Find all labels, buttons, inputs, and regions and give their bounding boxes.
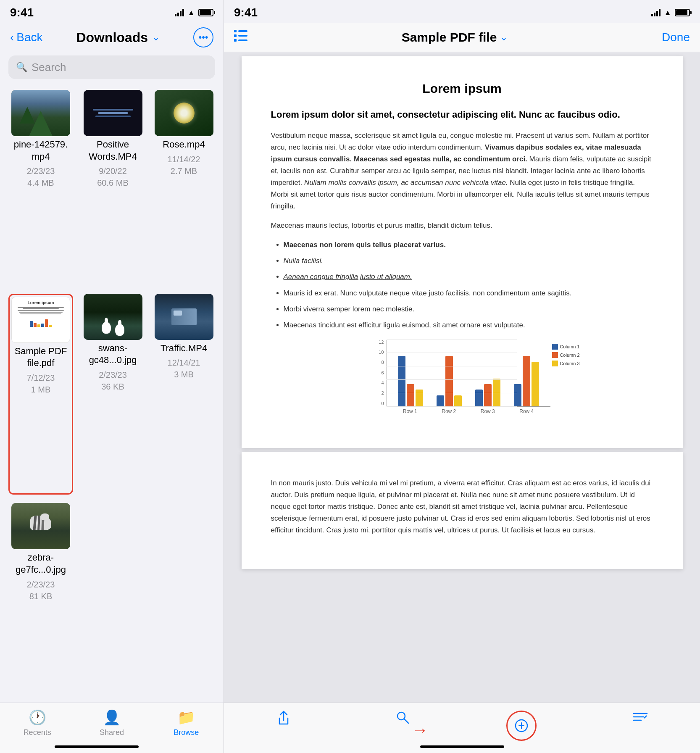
files-grid: pine-142579.mp4 2/23/234.4 MB PositiveWo…	[0, 86, 224, 703]
back-chevron-icon: ‹	[10, 31, 14, 44]
legend-col3-label: Column 3	[560, 361, 579, 366]
pdf-list-item-6: Maecenas tincidunt est efficitur ligula …	[284, 319, 653, 331]
markup-button[interactable]	[615, 711, 666, 726]
file-item-pdf[interactable]: Lorem ipsum Sample PDFf	[8, 294, 73, 495]
file-thumb-pine	[11, 90, 70, 136]
file-thumb-positive	[84, 90, 142, 136]
tab-recents[interactable]: 🕐 Recents	[12, 709, 63, 737]
nav-chevron-icon[interactable]: ⌄	[152, 32, 160, 43]
file-meta-swans: 2/23/2336 KB	[99, 369, 127, 392]
file-name-swans: swans-gc48...0.jpg	[89, 342, 137, 366]
nav-title: Downloads	[76, 30, 148, 45]
right-battery-icon	[675, 9, 690, 16]
back-button[interactable]: ‹ Back	[10, 31, 43, 44]
bar-r1-c3	[416, 390, 423, 406]
legend-col3-icon	[552, 361, 558, 366]
left-status-time: 9:41	[10, 6, 34, 19]
battery-icon	[198, 9, 213, 16]
left-nav-bar: ‹ Back Downloads ⌄ •••	[0, 23, 224, 52]
left-status-icons: ▲	[175, 8, 213, 17]
x-label-row3: Row 3	[481, 408, 495, 414]
file-meta-rose: 11/14/222.7 MB	[168, 153, 200, 177]
file-name-positive: PositiveWords.MP4	[89, 139, 137, 163]
search-placeholder: Search	[32, 61, 66, 74]
file-name-pdf: Sample PDFfile.pdf	[15, 345, 67, 369]
bar-r4-c1	[514, 384, 521, 406]
file-item-traffic[interactable]: Traffic.MP4 12/14/213 MB	[153, 294, 215, 495]
svg-rect-5	[238, 39, 247, 41]
pdf-list-item-5: Morbi viverra semper lorem nec molestie.	[284, 303, 653, 315]
list-button[interactable]	[234, 30, 247, 45]
right-nav-bar: Sample PDF file ⌄ Done	[224, 23, 700, 52]
legend-col1-label: Column 1	[560, 344, 579, 349]
file-name-traffic: Traffic.MP4	[161, 342, 207, 355]
file-name-rose: Rose.mp4	[163, 139, 205, 151]
file-thumb-pdf: Lorem ipsum	[11, 297, 70, 343]
bar-r1-c2	[407, 384, 414, 406]
annotate-button[interactable]	[496, 711, 547, 741]
search-icon: 🔍	[16, 62, 27, 73]
done-button[interactable]: Done	[662, 31, 690, 44]
right-wifi-icon: ▲	[664, 8, 671, 17]
right-nav-title: Sample PDF file	[402, 30, 497, 45]
file-thumb-rose	[155, 90, 213, 136]
file-meta-pine: 2/23/234.4 MB	[27, 165, 55, 189]
tab-shared[interactable]: 👤 Shared	[87, 709, 137, 737]
recents-icon: 🕐	[29, 709, 46, 726]
browse-icon: 📁	[177, 709, 195, 726]
file-thumb-zebra	[11, 503, 70, 549]
right-nav-title-group: Sample PDF file ⌄	[402, 30, 508, 45]
pdf-viewer[interactable]: Lorem ipsum Lorem ipsum dolor sit amet, …	[224, 52, 700, 703]
file-thumb-swans	[84, 294, 142, 340]
right-status-time: 9:41	[234, 6, 258, 19]
share-button[interactable]	[258, 711, 309, 729]
file-meta-pdf: 7/12/231 MB	[27, 372, 55, 395]
file-item-zebra[interactable]: zebra-ge7fc...0.jpg 2/23/2381 KB	[8, 503, 73, 698]
file-meta-zebra: 2/23/2381 KB	[27, 579, 55, 602]
tab-browse-label: Browse	[174, 728, 199, 737]
bar-r4-c2	[523, 356, 530, 406]
right-signal-icon	[651, 9, 661, 16]
pdf-subtitle: Lorem ipsum dolor sit amet, consectetur …	[271, 108, 653, 121]
file-item-positive[interactable]: PositiveWords.MP4 9/20/2260.6 MB	[82, 90, 144, 285]
file-meta-positive: 9/20/2260.6 MB	[97, 165, 128, 189]
pdf-list-item-4: Mauris id ex erat. Nunc vulputate neque …	[284, 287, 653, 299]
tab-shared-label: Shared	[100, 728, 124, 737]
svg-rect-2	[234, 34, 237, 37]
x-label-row1: Row 1	[403, 408, 417, 414]
pdf-list: Maecenas non lorem quis tellus placerat …	[284, 239, 653, 331]
x-label-row4: Row 4	[519, 408, 534, 414]
shared-icon: 👤	[103, 709, 121, 726]
annotate-circle	[506, 711, 537, 741]
search-bar[interactable]: 🔍 Search	[8, 55, 215, 79]
pdf-body-1: Vestibulum neque massa, scelerisque sit …	[271, 130, 653, 212]
file-item-swans[interactable]: swans-gc48...0.jpg 2/23/2336 KB	[82, 294, 144, 495]
file-item-rose[interactable]: Rose.mp4 11/14/222.7 MB	[153, 90, 215, 285]
right-nav-chevron-icon[interactable]: ⌄	[500, 32, 508, 43]
legend-col2-label: Column 2	[560, 353, 579, 358]
ellipsis-icon: •••	[198, 32, 208, 43]
bar-r3-c1	[475, 390, 483, 406]
markup-icon	[633, 711, 648, 726]
svg-rect-1	[238, 30, 247, 32]
left-status-bar: 9:41 ▲	[0, 0, 224, 23]
bar-r2-c2	[445, 356, 453, 406]
pdf-body-2: Maecenas mauris lectus, lobortis et puru…	[271, 220, 653, 232]
arrow-indicator: →	[412, 721, 429, 740]
legend-col2-icon	[552, 352, 558, 358]
bar-r3-c2	[484, 384, 492, 406]
file-item-pine[interactable]: pine-142579.mp4 2/23/234.4 MB	[8, 90, 73, 285]
more-button[interactable]: •••	[193, 27, 213, 47]
file-name-zebra: zebra-ge7fc...0.jpg	[16, 552, 66, 576]
signal-icon	[175, 9, 184, 16]
pdf-page2-body: In non mauris justo. Duis vehicula mi ve…	[271, 477, 653, 536]
pdf-page-1: Lorem ipsum Lorem ipsum dolor sit amet, …	[242, 56, 683, 448]
right-panel: 9:41 ▲ Sampl	[224, 0, 700, 753]
bar-r3-c3	[493, 379, 500, 406]
magnify-icon	[396, 711, 409, 727]
home-indicator-left	[55, 745, 139, 748]
tab-browse[interactable]: 📁 Browse	[161, 709, 211, 737]
file-name-pine: pine-142579.mp4	[14, 139, 68, 163]
right-status-icons: ▲	[651, 8, 690, 17]
nav-title-group: Downloads ⌄	[76, 30, 160, 45]
